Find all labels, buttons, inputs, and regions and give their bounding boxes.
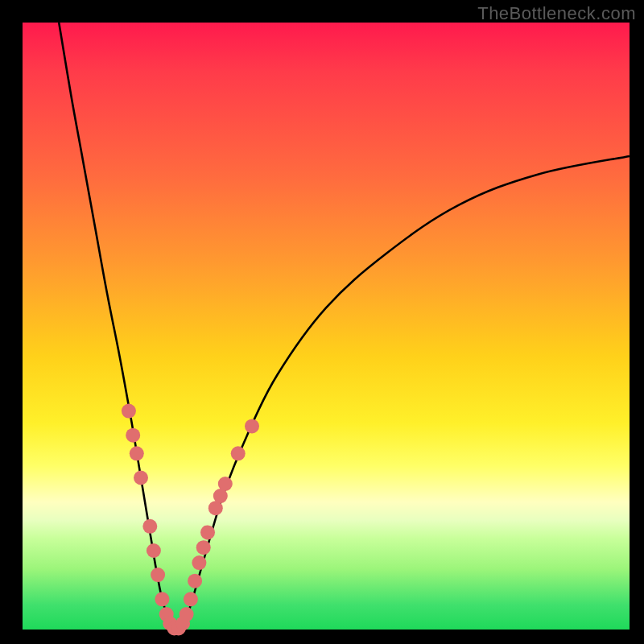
curve-dot xyxy=(151,568,165,582)
curve-dot xyxy=(130,446,144,460)
curve-dot xyxy=(200,525,215,539)
curve-dot xyxy=(122,404,136,419)
watermark-text: TheBottleneck.com xyxy=(477,3,636,24)
curve-dot xyxy=(192,555,206,570)
curve-dot xyxy=(155,592,169,606)
plot-area xyxy=(23,23,630,630)
curve-dot xyxy=(245,419,259,433)
curve-dots-group xyxy=(122,404,259,636)
curve-dot xyxy=(196,540,211,555)
curve-dot xyxy=(126,428,140,443)
bottleneck-curve xyxy=(59,23,630,631)
curve-dot xyxy=(180,607,194,621)
curve-dot xyxy=(147,543,161,558)
curve-dot xyxy=(188,574,202,588)
curve-dot xyxy=(134,471,148,485)
curve-dot xyxy=(218,477,233,491)
curve-dot xyxy=(231,446,246,460)
curve-dot xyxy=(142,519,157,534)
curve-dot xyxy=(184,592,198,606)
outer-frame: TheBottleneck.com xyxy=(0,0,644,644)
chart-svg xyxy=(23,23,630,630)
